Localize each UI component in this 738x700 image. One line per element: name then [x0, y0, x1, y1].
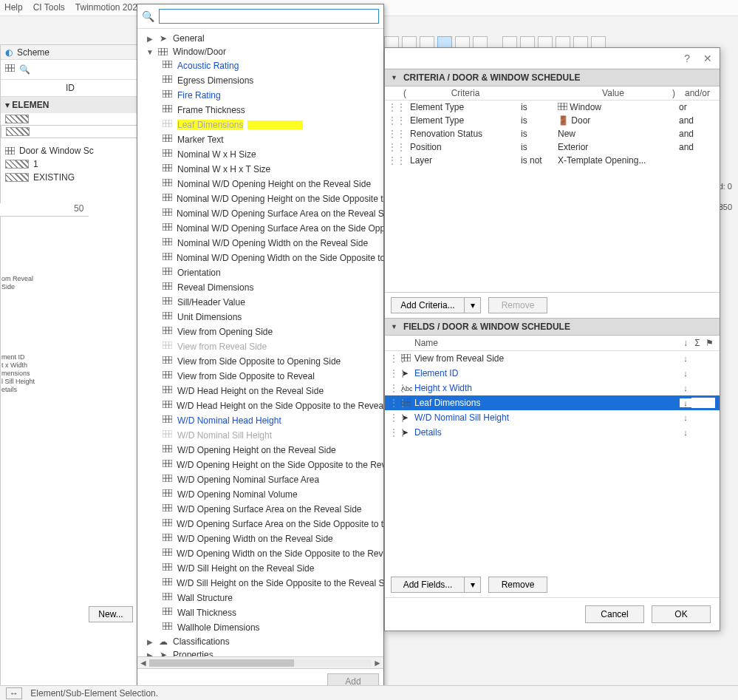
tree-item[interactable]: View from Side Opposite to Opening Side [140, 354, 383, 369]
sort-indicator-icon[interactable]: ↓ [680, 384, 691, 393]
ok-button[interactable]: OK [652, 605, 711, 623]
tree-item[interactable]: Nominal W/D Opening Height on the Side O… [140, 191, 383, 206]
tree-item[interactable]: Leaf Dimensions [140, 118, 383, 132]
expand-icon[interactable]: ▶ [146, 651, 154, 657]
tree-item[interactable]: W/D Opening Width on the Side Opposite t… [140, 546, 383, 561]
tree-group-properties[interactable]: ▶ ➤ Properties [140, 648, 383, 656]
tree-item[interactable]: W/D Opening Width on the Reveal Side [140, 531, 383, 546]
tree-item[interactable]: W/D Sill Height on the Reveal Side [140, 561, 383, 576]
tree-item[interactable]: Egress Dimensions [140, 73, 383, 88]
tree-item[interactable]: W/D Sill Height on the Side Opposite to … [140, 576, 383, 591]
tree-item[interactable]: W/D Opening Nominal Surface Area [140, 472, 383, 487]
criteria-row[interactable]: ⋮⋮Element Typeis🚪 Doorand [385, 114, 720, 127]
tree-item[interactable]: Orientation [140, 265, 383, 280]
tree-item[interactable]: W/D Opening Surface Area on the Reveal S… [140, 502, 383, 517]
drag-handle-icon[interactable]: ⋮⋮ [389, 353, 401, 364]
tree-item[interactable]: Nominal W x H Size [140, 147, 383, 162]
elements-group[interactable]: ELEMEN [12, 100, 49, 110]
scroll-right-icon[interactable]: ► [372, 658, 383, 668]
sort-indicator-icon[interactable]: ↓ [680, 413, 691, 422]
hatch-icon[interactable] [6, 127, 30, 136]
tree-item[interactable]: Nominal W/D Opening Surface Area on the … [140, 221, 383, 236]
field-row[interactable]: ⋮⋮AbcHeight x Width↓ [385, 381, 720, 395]
tree-item[interactable]: W/D Head Height on the Reveal Side [140, 384, 383, 398]
collapse-icon[interactable]: ▼ [391, 323, 397, 330]
drag-handle-icon[interactable]: ⋮⋮ [388, 142, 400, 152]
schedule-link[interactable]: Door & Window Sc [1, 144, 140, 157]
tree-item[interactable]: Nominal W/D Opening Surface Area on the … [140, 206, 383, 221]
criteria-table[interactable]: ⋮⋮Element Typeis Windowor⋮⋮Element Typei… [385, 101, 720, 293]
menu-help[interactable]: Help [4, 2, 23, 13]
tree-item[interactable]: Sill/Header Value [140, 295, 383, 310]
tree-item[interactable]: W/D Opening Height on the Reveal Side [140, 443, 383, 458]
chevron-down-icon[interactable]: ▾ [465, 297, 481, 313]
fields-header[interactable]: ▼ FIELDS / DOOR & WINDOW SCHEDULE [385, 318, 720, 336]
scroll-left-icon[interactable]: ◄ [137, 658, 149, 668]
sort-indicator-icon[interactable]: ↓ [680, 354, 691, 363]
field-row[interactable]: ⋮⋮View from Reveal Side↓ [385, 351, 720, 366]
add-criteria-button[interactable]: Add Criteria...▾ [391, 297, 481, 313]
tree-item[interactable]: Wallhole Dimensions [140, 620, 383, 635]
remove-field-button[interactable]: Remove [488, 577, 547, 593]
tree-item[interactable]: Nominal W/D Opening Width on the Side Op… [140, 251, 383, 265]
tree-item[interactable]: View from Side Opposite to Reveal [140, 369, 383, 384]
tree-item[interactable]: W/D Opening Nominal Volume [140, 487, 383, 502]
tree[interactable]: ▶ ➤ General ▼ Window/Door Acoustic Ratin… [137, 29, 383, 656]
scroll-thumb[interactable] [149, 659, 294, 667]
tree-group-general[interactable]: ▶ ➤ General [140, 32, 383, 45]
expand-icon[interactable]: ▶ [146, 35, 154, 43]
criteria-row[interactable]: ⋮⋮PositionisExteriorand [385, 140, 720, 154]
criteria-header[interactable]: ▼ CRITERIA / DOOR & WINDOW SCHEDULE [385, 69, 720, 86]
tree-item[interactable]: W/D Head Height on the Side Opposite to … [140, 398, 383, 413]
drag-handle-icon[interactable]: ⋮⋮ [388, 155, 400, 166]
drag-handle-icon[interactable]: ⋮⋮ [388, 102, 400, 112]
tree-item[interactable]: Frame Thickness [140, 103, 383, 118]
chevron-down-icon[interactable]: ▾ [465, 577, 481, 593]
drag-handle-icon[interactable]: ⋮⋮ [389, 368, 401, 378]
tree-item[interactable]: Unit Dimensions [140, 310, 383, 324]
criteria-row[interactable]: ⋮⋮Element Typeis Windowor [385, 101, 720, 114]
list-icon[interactable] [5, 64, 15, 72]
tree-item[interactable]: Nominal W/D Opening Height on the Reveal… [140, 177, 383, 191]
tree-item[interactable]: Nominal W x H x T Size [140, 162, 383, 177]
drag-handle-icon[interactable]: ⋮⋮ [388, 115, 400, 126]
drag-handle-icon[interactable]: ⋮⋮ [389, 412, 401, 423]
tree-item[interactable]: Reveal Dimensions [140, 280, 383, 295]
criteria-row[interactable]: ⋮⋮Renovation StatusisNewand [385, 127, 720, 140]
help-icon[interactable]: ? [684, 52, 690, 64]
tree-item[interactable]: Marker Text [140, 132, 383, 147]
sort-indicator-icon[interactable]: ↓ [680, 428, 691, 437]
tree-item[interactable]: View from Opening Side [140, 324, 383, 339]
sigma-cell[interactable] [691, 398, 703, 408]
h-scrollbar[interactable]: ◄ ► [137, 656, 383, 668]
tree-item[interactable]: W/D Opening Surface Area on the Side Opp… [140, 517, 383, 531]
field-row[interactable]: ⋮⋮➤Element ID↓ [385, 366, 720, 381]
search-input[interactable] [159, 9, 379, 24]
tree-item[interactable]: View from Reveal Side [140, 339, 383, 354]
criteria-row[interactable]: ⋮⋮Layeris notX-Template Opening... [385, 154, 720, 167]
tree-item[interactable]: W/D Nominal Head Height [140, 413, 383, 428]
tree-item[interactable]: Acoustic Rating [140, 58, 383, 73]
cancel-button[interactable]: Cancel [585, 605, 644, 623]
tree-group-window-door[interactable]: ▼ Window/Door [140, 45, 383, 58]
close-icon[interactable]: ✕ [703, 52, 712, 64]
tree-item[interactable]: Wall Thickness [140, 605, 383, 620]
collapse-icon[interactable]: ▼ [146, 48, 154, 56]
flag-cell[interactable] [703, 398, 715, 408]
remove-criteria-button[interactable]: Remove [488, 297, 547, 313]
drag-handle-icon[interactable]: ⋮⋮ [389, 398, 401, 408]
fields-table[interactable]: ⋮⋮View from Reveal Side↓⋮⋮➤Element ID↓⋮⋮… [385, 351, 720, 572]
field-row[interactable]: ⋮⋮➤Details↓ [385, 425, 720, 440]
tree-item[interactable]: W/D Nominal Sill Height [140, 428, 383, 443]
tree-item[interactable]: Fire Rating [140, 88, 383, 103]
drag-handle-icon[interactable]: ⋮⋮ [389, 383, 401, 393]
menu-ci-tools[interactable]: CI Tools [33, 2, 65, 13]
tree-item[interactable]: Wall Structure [140, 591, 383, 605]
drag-handle-icon[interactable]: ⋮⋮ [388, 129, 400, 139]
add-fields-button[interactable]: Add Fields...▾ [391, 577, 481, 593]
field-row[interactable]: ⋮⋮Leaf Dimensions↓ [385, 395, 720, 410]
field-row[interactable]: ⋮⋮➤W/D Nominal Sill Height↓ [385, 410, 720, 425]
search-icon[interactable]: 🔍 [19, 64, 30, 75]
new-button[interactable]: New... [89, 606, 133, 622]
status-icon[interactable]: ↔ [6, 687, 22, 699]
